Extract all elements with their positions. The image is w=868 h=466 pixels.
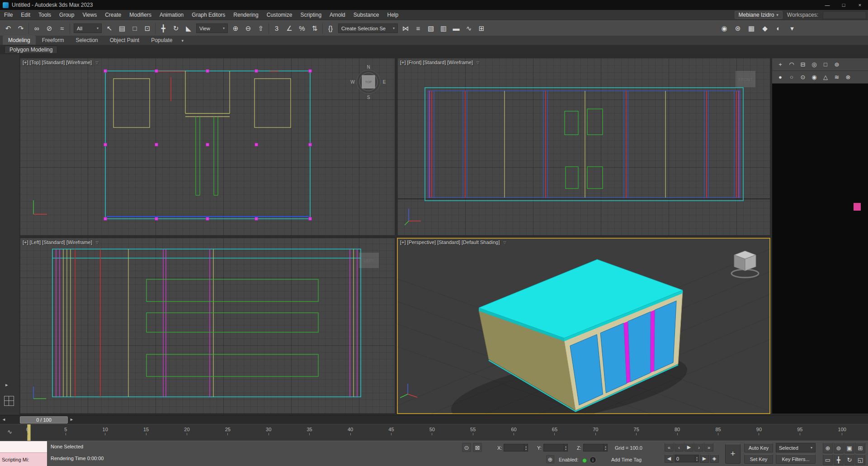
menu-item[interactable]: Edit <box>17 10 34 20</box>
user-account-button[interactable]: Mebiane Izidro ▾ <box>735 11 783 19</box>
current-frame-input[interactable] <box>675 455 695 462</box>
workspaces-dropdown[interactable] <box>823 11 866 19</box>
cameras-category-icon[interactable]: ◉ <box>811 74 818 80</box>
panel-color-swatch[interactable] <box>854 203 861 211</box>
named-selection-set-dropdown[interactable]: Create Selection Se ▾ <box>338 24 398 33</box>
menu-item[interactable]: Rendering <box>229 10 262 20</box>
go-to-end-button[interactable]: » <box>704 443 713 452</box>
unlink-selection-icon[interactable]: ⊘ <box>43 23 55 34</box>
orbit-icon[interactable]: ↻ <box>844 454 854 465</box>
track-bar[interactable]: ∿ 05101520253035404550556065707580859095… <box>0 424 868 441</box>
menu-item[interactable]: Arnold <box>326 10 349 20</box>
viewport-front[interactable]: [+] [Front] [Standard] [Wireframe] ▽ <box>397 58 770 235</box>
zoom-extents-all-icon[interactable]: ⊞ <box>855 442 865 453</box>
pan-icon[interactable]: ╋ <box>834 454 844 465</box>
ribbon-tab[interactable]: Populate <box>146 36 178 45</box>
y-coordinate-input[interactable] <box>544 444 564 451</box>
systems-category-icon[interactable]: ⊗ <box>844 74 852 80</box>
modify-tab-icon[interactable]: ◠ <box>788 61 795 68</box>
viewport-layout-icon[interactable] <box>4 396 14 406</box>
render-production-icon[interactable]: ◆ <box>759 23 771 34</box>
select-and-scale-icon[interactable]: ◣ <box>183 23 194 34</box>
spinner-icon[interactable]: ▴▾ <box>564 444 567 451</box>
material-editor-icon[interactable]: ◉ <box>718 23 730 34</box>
zoom-icon[interactable]: ⊕ <box>823 442 833 453</box>
spinner-icon[interactable]: ▴▾ <box>524 444 528 451</box>
z-coordinate-input[interactable] <box>584 444 604 451</box>
rendered-frame-window-icon[interactable]: ▦ <box>745 23 757 34</box>
maxscript-mini-listener[interactable]: Scripting Mi: <box>0 441 47 466</box>
menu-item[interactable]: Views <box>78 10 101 20</box>
menu-item[interactable]: Modifiers <box>125 10 156 20</box>
create-tab-icon[interactable]: + <box>777 61 784 68</box>
set-key-button[interactable]: Set Key <box>744 454 773 464</box>
menu-item[interactable]: Animation <box>156 10 188 20</box>
select-and-manipulate-icon[interactable]: ⊖ <box>242 23 254 34</box>
key-filters-button[interactable]: Key Filters... <box>776 454 816 464</box>
helpers-category-icon[interactable]: △ <box>822 74 829 80</box>
listener-pane[interactable]: Scripting Mi: <box>0 453 47 466</box>
curve-editor-icon[interactable]: ∿ <box>463 23 475 34</box>
viewport-front-label[interactable]: [+] [Front] [Standard] [Wireframe] <box>400 60 473 65</box>
viewcube[interactable] <box>731 251 759 278</box>
display-tab-icon[interactable]: □ <box>822 61 829 68</box>
select-by-name-icon[interactable]: ▤ <box>116 23 128 34</box>
selection-lock-toggle-icon[interactable]: ⊠ <box>473 443 482 452</box>
angle-snap-icon[interactable]: ∠ <box>283 23 295 34</box>
viewport-left[interactable]: [+] [Left] [Standard] [Wireframe] ▽ <box>20 238 395 414</box>
keyboard-shortcut-override-icon[interactable]: ⇧ <box>255 23 267 34</box>
set-keys-button[interactable]: + <box>725 444 741 464</box>
ribbon-tab[interactable]: Modeling <box>3 36 36 45</box>
viewport-left-label[interactable]: [+] [Left] [Standard] [Wireframe] <box>23 240 92 245</box>
select-and-rotate-icon[interactable]: ↻ <box>170 23 182 34</box>
viewport-compass[interactable]: TOP N E S W <box>350 65 386 100</box>
render-flyout-icon[interactable]: ▾ <box>786 23 798 34</box>
window-crossing-icon[interactable]: ⊡ <box>142 23 153 34</box>
go-to-start-button[interactable]: « <box>665 443 674 452</box>
key-mode-toggle-icon[interactable]: ◈ <box>710 454 719 463</box>
previous-key-button[interactable]: ◀ <box>665 454 674 463</box>
toggle-scene-explorer-icon[interactable]: ▧ <box>425 23 437 34</box>
motion-tab-icon[interactable]: ◎ <box>811 61 818 68</box>
minimize-button[interactable]: — <box>819 0 835 10</box>
spinner-icon[interactable]: ▴▾ <box>695 455 698 462</box>
select-object-icon[interactable]: ↖ <box>104 23 115 34</box>
menu-item[interactable]: Customize <box>263 10 297 20</box>
render-setup-icon[interactable]: ⊛ <box>732 23 744 34</box>
maximize-viewport-toggle-icon[interactable]: ◱ <box>855 454 865 465</box>
next-frame-button[interactable]: › <box>694 443 703 452</box>
key-mode-dropdown[interactable]: Selected ▾ <box>776 443 816 452</box>
menu-item[interactable]: Substance <box>349 10 383 20</box>
rectangular-selection-region-icon[interactable]: □ <box>129 23 141 34</box>
geometry-category-icon[interactable]: ● <box>777 74 784 80</box>
viewport-menu-icon[interactable]: ▽ <box>503 240 506 245</box>
viewport-perspective[interactable]: [+] [Perspective] [Standard] [Default Sh… <box>397 238 770 414</box>
shapes-category-icon[interactable]: ○ <box>788 74 795 80</box>
toggle-layer-explorer-icon[interactable]: ▥ <box>438 23 449 34</box>
undo-icon[interactable]: ↶ <box>2 23 14 34</box>
info-badge-icon[interactable]: i <box>590 457 596 463</box>
mini-curve-editor-icon[interactable]: ∿ <box>7 428 12 435</box>
utilities-tab-icon[interactable]: ⊚ <box>833 61 840 68</box>
bind-to-space-warp-icon[interactable]: ≈ <box>56 23 68 34</box>
menu-item[interactable]: Create <box>101 10 125 20</box>
menu-item[interactable]: Tools <box>34 10 55 20</box>
time-slider-right-arrow-icon[interactable]: ► <box>70 417 74 422</box>
previous-frame-button[interactable]: ‹ <box>675 443 684 452</box>
viewcube-ghost[interactable]: LEFT <box>359 253 379 268</box>
schematic-view-icon[interactable]: ⊞ <box>476 23 487 34</box>
use-pivot-point-center-icon[interactable]: ⊕ <box>230 23 241 34</box>
menu-item[interactable]: Graph Editors <box>188 10 229 20</box>
menu-item[interactable]: Scripting <box>296 10 326 20</box>
ribbon-config-arrow-icon[interactable]: ▾ <box>182 38 184 45</box>
viewport-top[interactable]: [+] [Top] [Standard] [Wireframe] ▽ <box>20 58 395 235</box>
spinner-icon[interactable]: ▴▾ <box>604 444 607 451</box>
expand-arrow-icon[interactable]: ▸ <box>5 382 8 388</box>
space-warps-category-icon[interactable]: ≋ <box>833 74 840 80</box>
select-and-move-icon[interactable]: ╋ <box>157 23 169 34</box>
ribbon-tab[interactable]: Freeform <box>37 36 70 45</box>
activeshade-icon[interactable]: ◐ <box>773 23 784 34</box>
viewport-menu-icon[interactable]: ▽ <box>96 240 99 245</box>
menu-item[interactable]: Group <box>55 10 78 20</box>
lights-category-icon[interactable]: ⊙ <box>799 74 807 80</box>
